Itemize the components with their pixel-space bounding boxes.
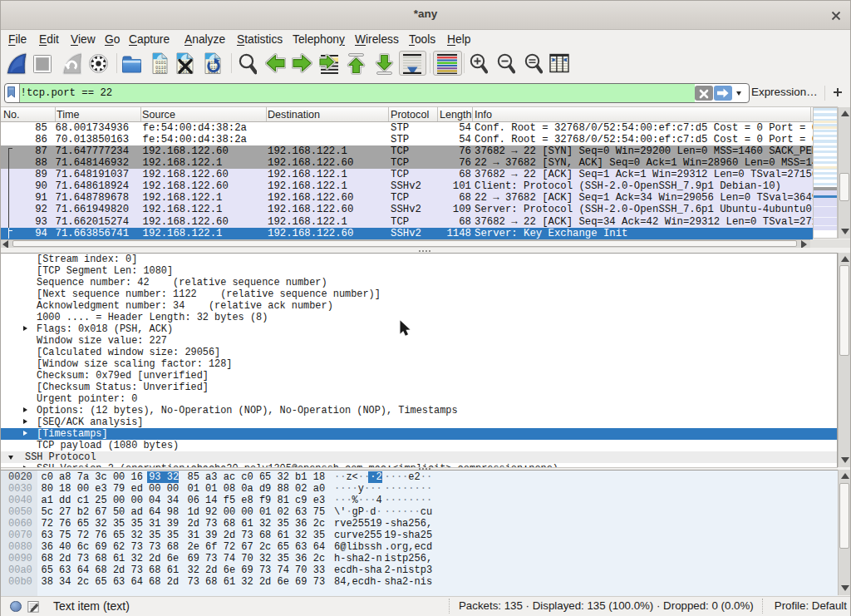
svg-text:0011: 0011: [155, 70, 166, 74]
